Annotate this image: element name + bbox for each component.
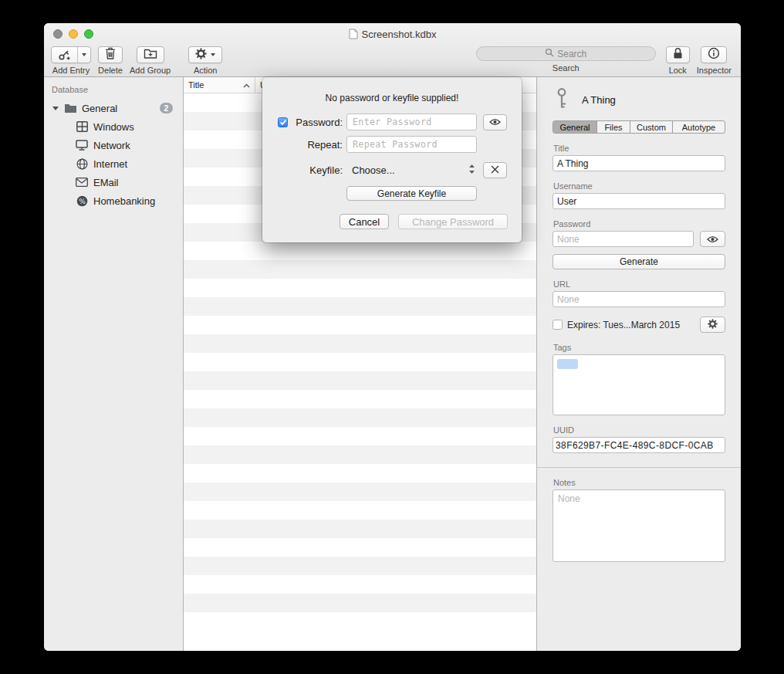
delete-label: Delete [98,66,123,75]
title-field-value: A Thing [557,158,588,169]
title-field[interactable]: A Thing [553,155,725,171]
lock-icon [673,47,683,63]
app-window: Screenshot.kdbx Add Entry [44,23,741,651]
username-field[interactable]: User [553,193,725,209]
add-group-button[interactable] [137,46,164,63]
chevron-down-icon [211,53,215,56]
globe-icon [75,158,89,170]
close-x-icon [491,163,499,177]
url-field[interactable]: None [553,291,725,307]
tab-autotype[interactable]: Autotype [673,121,725,133]
window-title: Screenshot.kdbx [44,23,741,45]
sidebar-item-network[interactable]: Network [44,136,183,154]
repeat-row: Repeat: Repeat Password [262,136,522,153]
sidebar: Database General 2 Windows [44,77,184,651]
sidebar-item-label: Network [93,140,130,151]
sidebar-item-email[interactable]: EMail [44,173,183,191]
add-entry-dropdown[interactable] [77,47,90,63]
url-field-label: URL [553,279,725,289]
add-entry-button[interactable] [51,46,91,63]
sort-ascending-icon [243,80,250,90]
disclosure-triangle-icon[interactable] [52,107,59,110]
envelope-icon [75,178,89,187]
action-label: Action [194,66,218,75]
generate-password-button[interactable]: Generate [553,254,725,269]
titlebar[interactable]: Screenshot.kdbx [44,23,741,45]
add-group-label: Add Group [130,66,171,75]
url-field-placeholder: None [557,294,580,305]
cancel-button[interactable]: Cancel [340,214,389,229]
generate-keyfile-button[interactable]: Generate Keyfile [346,186,477,201]
clear-keyfile-button[interactable] [483,162,507,178]
password-field-placeholder: None [557,234,580,245]
tags-box[interactable] [553,354,725,415]
inspector-button[interactable] [701,46,727,63]
username-field-label: Username [553,181,725,191]
change-password-sheet: No password or keyfile supplied! Passwor… [262,77,522,242]
folder-icon [63,103,77,113]
password-field-label: Password [553,219,725,229]
windows-icon [75,121,89,132]
action-button[interactable] [188,46,222,63]
column-header-title[interactable]: Title [184,77,255,93]
expires-settings-button[interactable] [700,317,725,333]
tab-files[interactable]: Files [597,121,630,133]
uuid-label: UUID [553,425,725,435]
password-input-placeholder: Enter Password [353,117,432,127]
lock-label: Lock [669,66,687,75]
tag-chip[interactable] [557,359,578,369]
gear-icon [195,48,207,63]
change-password-button[interactable]: Change Password [398,214,508,229]
notes-label: Notes [553,478,725,487]
sidebar-item-label: Homebanking [93,195,155,207]
uuid-field[interactable]: 38F629B7-FC4E-489C-8DCF-0CAB [553,437,725,453]
search-input[interactable]: Search [476,46,656,61]
info-icon [708,47,720,63]
entry-title: A Thing [582,94,616,106]
lock-button[interactable] [666,46,690,63]
sidebar-item-windows[interactable]: Windows [44,117,183,136]
sidebar-group-general[interactable]: General 2 [44,99,183,117]
document-icon [349,29,358,39]
keyfile-popup-value: Choose... [352,164,395,176]
expires-checkbox[interactable] [553,320,563,330]
add-entry-label: Add Entry [52,66,90,75]
search-placeholder: Search [557,49,586,59]
tab-general[interactable]: General [553,121,597,133]
toolbar: Add Entry Delete [44,45,741,76]
inspector-tabs: General Files Custom Autotype [553,120,725,134]
tags-label: Tags [553,343,725,352]
entry-count-badge: 2 [160,103,173,113]
expires-label: Expires: Tues...March 2015 [567,320,680,330]
password-input[interactable]: Enter Password [346,113,477,130]
password-checkbox[interactable] [278,117,288,127]
reveal-password-button[interactable] [483,114,507,130]
title-field-label: Title [553,144,725,153]
notes-field[interactable]: None [553,489,725,562]
add-entry-item: Add Entry [51,46,91,75]
reveal-password-button[interactable] [700,231,725,247]
sidebar-item-label: EMail [93,177,119,188]
delete-button[interactable] [98,46,123,63]
password-row: Password: Enter Password [262,113,522,130]
repeat-input[interactable]: Repeat Password [346,136,477,153]
chevron-down-icon [82,53,86,56]
eye-icon [489,115,501,129]
keyfile-popup[interactable]: Choose... [346,161,477,178]
password-field[interactable]: None [553,231,694,247]
notes-placeholder: None [558,493,580,504]
delete-item: Delete [98,46,123,75]
keyfile-label: Keyfile: [292,164,343,176]
repeat-input-placeholder: Repeat Password [353,139,438,150]
sidebar-header: Database [44,83,183,99]
sidebar-item-label: Windows [93,121,134,133]
sidebar-item-label: Internet [93,158,127,170]
tab-custom[interactable]: Custom [630,121,673,133]
sidebar-item-homebanking[interactable]: % Homebanking [44,191,183,210]
sheet-buttons: Cancel Change Password [340,214,522,229]
action-item: Action [188,46,222,75]
uuid-value: 38F629B7-FC4E-489C-8DCF-0CAB [556,440,714,451]
column-title-label: Title [188,80,204,90]
coin-icon: % [75,195,89,207]
sidebar-item-internet[interactable]: Internet [44,154,183,173]
